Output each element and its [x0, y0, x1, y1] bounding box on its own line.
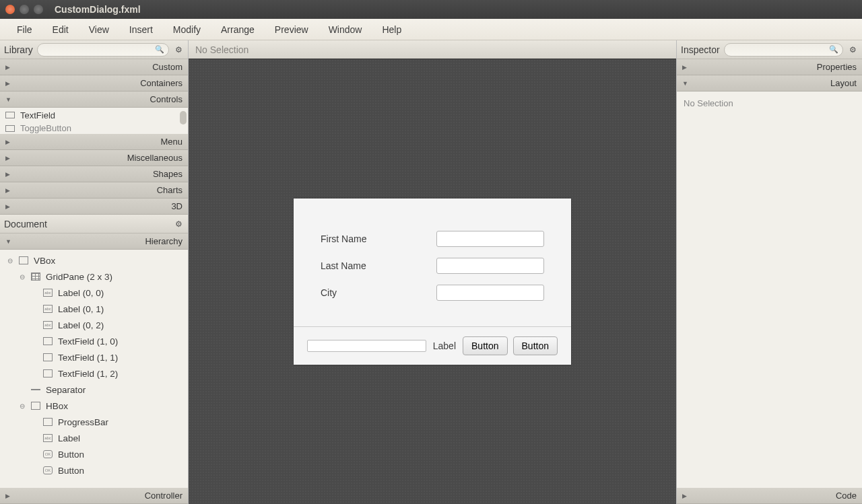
document-header: Document ⚙	[0, 215, 188, 233]
menu-view[interactable]: View	[79, 20, 119, 39]
input-city[interactable]	[436, 285, 544, 301]
tree-row[interactable]: OKButton	[0, 462, 188, 478]
button-1[interactable]: Button	[463, 336, 507, 355]
chevron-right-icon: ▶	[5, 171, 13, 178]
tree-node-label: Label (0, 2)	[58, 320, 104, 330]
library-section-containers[interactable]: ▶Containers	[0, 75, 188, 92]
togglebutton-icon	[5, 125, 15, 132]
window-close-button[interactable]	[5, 5, 15, 14]
collapse-icon[interactable]: ⊖	[5, 257, 15, 264]
menu-insert[interactable]: Insert	[119, 20, 163, 39]
collapse-icon[interactable]: ⊖	[18, 273, 27, 281]
tree-row[interactable]: TextField (1, 0)	[0, 333, 188, 349]
selection-bar: No Selection	[189, 40, 676, 59]
input-first-name[interactable]	[436, 231, 544, 247]
library-item-textfield[interactable]: TextField	[0, 108, 188, 122]
chevron-down-icon: ▼	[5, 238, 13, 245]
label-icon: abc	[43, 305, 53, 313]
chevron-right-icon: ▶	[5, 64, 13, 71]
window-minimize-button[interactable]	[20, 5, 29, 14]
library-item-togglebutton[interactable]: ToggleButton	[0, 122, 188, 134]
chevron-right-icon: ▶	[5, 80, 13, 87]
design-canvas[interactable]: First Name Last Name City Label Button B…	[189, 59, 676, 504]
document-gear-icon[interactable]: ⚙	[173, 219, 184, 229]
library-scrollbar[interactable]	[180, 111, 187, 124]
textfield-icon	[5, 112, 15, 118]
textfield-icon	[43, 353, 53, 361]
menu-window[interactable]: Window	[319, 20, 372, 39]
button-icon: OK	[43, 466, 53, 474]
library-gear-icon[interactable]: ⚙	[173, 44, 184, 55]
tree-row[interactable]: abcLabel (0, 2)	[0, 317, 188, 333]
document-section-hierarchy[interactable]: ▼Hierarchy	[0, 233, 188, 250]
label-city[interactable]: City	[321, 287, 436, 298]
tree-row[interactable]: Separator	[0, 382, 188, 398]
tree-row[interactable]: abcLabel (0, 1)	[0, 301, 188, 317]
button-2[interactable]: Button	[513, 336, 558, 355]
hbox-icon	[31, 402, 40, 410]
library-search[interactable]: 🔍	[37, 43, 169, 57]
tree-row[interactable]: OKButton	[0, 446, 188, 462]
inspector-section-code[interactable]: ▶Code	[677, 488, 862, 504]
tree-row[interactable]: TextField (1, 2)	[0, 365, 188, 382]
chevron-right-icon: ▶	[682, 493, 690, 499]
label-icon: abc	[43, 321, 53, 329]
library-section-custom[interactable]: ▶Custom	[0, 59, 188, 75]
library-section-shapes[interactable]: ▶Shapes	[0, 166, 188, 182]
status-label[interactable]: Label	[433, 340, 456, 351]
input-last-name[interactable]	[436, 258, 544, 274]
tree-node-label: Label	[58, 433, 80, 443]
tree-row[interactable]: ⊖GridPane (2 x 3)	[0, 268, 188, 285]
form-gridpane: First Name Last Name City	[294, 199, 571, 326]
custom-dialog[interactable]: First Name Last Name City Label Button B…	[294, 199, 571, 365]
menu-file[interactable]: File	[7, 20, 42, 39]
library-section-3d[interactable]: ▶3D	[0, 199, 188, 215]
tree-row[interactable]: TextField (1, 1)	[0, 349, 188, 365]
tree-node-label: TextField (1, 2)	[58, 369, 118, 379]
window-title: CustomDialog.fxml	[55, 4, 141, 15]
tree-node-label: HBox	[46, 401, 68, 411]
library-section-misc[interactable]: ▶Miscellaneous	[0, 150, 188, 166]
tree-row[interactable]: ⊖VBox	[0, 252, 188, 268]
tree-row[interactable]: ⊖HBox	[0, 398, 188, 414]
library-section-charts[interactable]: ▶Charts	[0, 182, 188, 199]
tree-node-label: ProgressBar	[58, 417, 108, 427]
inspector-section-properties[interactable]: ▶Properties	[677, 59, 862, 75]
inspector-header: Inspector 🔍 ⚙	[677, 40, 862, 59]
tree-row[interactable]: abcLabel (0, 0)	[0, 285, 188, 301]
tree-node-label: GridPane (2 x 3)	[46, 272, 112, 282]
document-section-controller[interactable]: ▶Controller	[0, 488, 188, 504]
inspector-title: Inspector	[681, 44, 720, 55]
library-title: Library	[4, 44, 33, 55]
menu-help[interactable]: Help	[372, 20, 411, 39]
hierarchy-tree: ⊖VBox⊖GridPane (2 x 3)abcLabel (0, 0)abc…	[0, 250, 188, 488]
library-section-menu[interactable]: ▶Menu	[0, 134, 188, 150]
inspector-section-layout[interactable]: ▼Layout	[677, 75, 862, 92]
menu-arrange[interactable]: Arrange	[211, 20, 265, 39]
tree-row[interactable]: ProgressBar	[0, 414, 188, 430]
textfield-icon	[43, 337, 53, 345]
chevron-right-icon: ▶	[5, 203, 13, 210]
gridpane-icon	[31, 273, 40, 281]
button-bar: Label Button Button	[294, 327, 571, 365]
menu-preview[interactable]: Preview	[265, 20, 319, 39]
tree-row[interactable]: abcLabel	[0, 430, 188, 446]
menu-modify[interactable]: Modify	[163, 20, 211, 39]
tree-node-label: TextField (1, 0)	[58, 336, 118, 347]
tree-node-label: Button	[58, 466, 84, 476]
search-icon: 🔍	[829, 45, 838, 54]
label-first-name[interactable]: First Name	[321, 233, 436, 244]
progress-bar[interactable]	[307, 340, 426, 352]
collapse-icon[interactable]: ⊖	[18, 402, 27, 410]
library-section-controls[interactable]: ▼Controls	[0, 92, 188, 108]
inspector-body: No Selection	[677, 92, 862, 488]
label-last-name[interactable]: Last Name	[321, 260, 436, 271]
library-header: Library 🔍 ⚙	[0, 40, 188, 59]
menubar: File Edit View Insert Modify Arrange Pre…	[0, 19, 862, 40]
window-maximize-button[interactable]	[34, 5, 43, 14]
inspector-search[interactable]: 🔍	[724, 43, 843, 57]
menu-edit[interactable]: Edit	[42, 20, 79, 39]
search-icon: 🔍	[155, 45, 164, 54]
chevron-right-icon: ▶	[5, 187, 13, 194]
inspector-gear-icon[interactable]: ⚙	[847, 44, 858, 55]
